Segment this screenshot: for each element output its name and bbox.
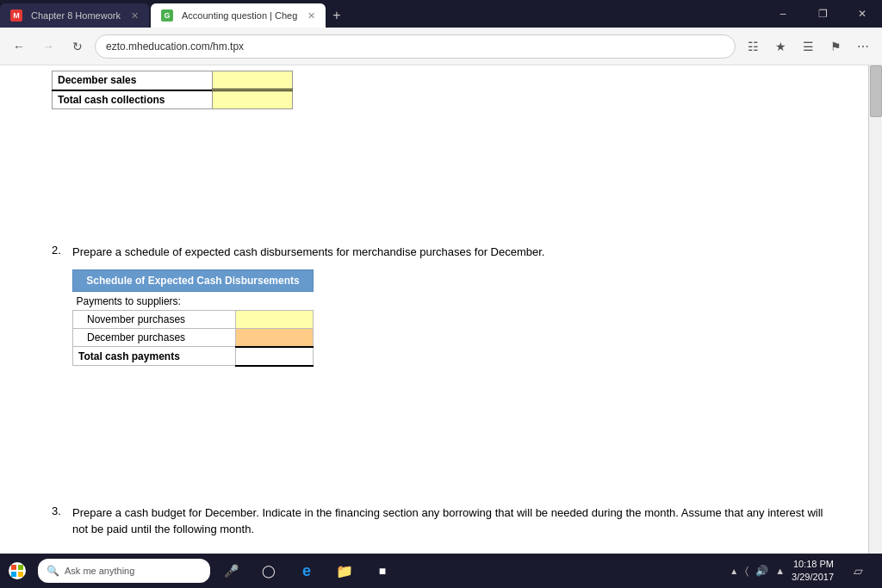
reader-view-icon[interactable]: ☷ bbox=[741, 34, 765, 59]
table-row-total: Total cash collections bbox=[53, 90, 293, 109]
search-placeholder: Ask me anything bbox=[65, 566, 134, 576]
network-icon[interactable]: 〈 bbox=[745, 565, 748, 577]
svg-rect-3 bbox=[18, 572, 23, 577]
close-button[interactable]: ✕ bbox=[842, 0, 882, 28]
svg-rect-1 bbox=[18, 565, 23, 570]
disbursements-header: Schedule of Expected Cash Disbursements bbox=[73, 269, 314, 291]
windows-logo bbox=[9, 562, 26, 579]
december-sales-label: December sales bbox=[53, 71, 213, 90]
tab-accounting-close[interactable]: ✕ bbox=[307, 10, 315, 22]
november-purchases-label: November purchases bbox=[73, 310, 236, 328]
section-2-text: Prepare a schedule of expected cash disb… bbox=[72, 244, 830, 261]
tab-homework-icon: M bbox=[10, 9, 22, 22]
tab-accounting-icon: G bbox=[161, 9, 173, 22]
november-purchases-row: November purchases bbox=[73, 310, 314, 328]
search-icon: 🔍 bbox=[47, 565, 59, 577]
svg-rect-0 bbox=[11, 565, 16, 570]
microphone-icon[interactable]: 🎤 bbox=[214, 554, 248, 588]
reading-list-icon[interactable]: ☰ bbox=[796, 34, 820, 59]
table-row: December sales bbox=[53, 71, 293, 90]
tab-list: M Chapter 8 Homework ✕ G Accounting ques… bbox=[0, 0, 348, 28]
taskbar-time[interactable]: 10:18 PM 3/29/2017 bbox=[792, 558, 834, 585]
section-2-number: 2. bbox=[52, 244, 65, 393]
november-purchases-field[interactable] bbox=[241, 313, 307, 325]
tab-accounting-label: Accounting question | Cheg bbox=[182, 10, 297, 21]
volume-icon[interactable]: 🔊 bbox=[755, 565, 768, 577]
notification-icon[interactable]: ▱ bbox=[841, 554, 875, 588]
taskbar-search[interactable]: 🔍 Ask me anything bbox=[38, 559, 210, 583]
svg-rect-2 bbox=[11, 572, 16, 577]
battery-icon[interactable]: ▲ bbox=[775, 566, 785, 576]
spacer2 bbox=[52, 401, 830, 504]
november-purchases-input[interactable] bbox=[236, 310, 314, 328]
url-input[interactable] bbox=[95, 34, 736, 59]
tab-homework-close[interactable]: ✕ bbox=[131, 10, 139, 22]
total-cash-payments-row: Total cash payments bbox=[73, 347, 314, 366]
payments-suppliers-label: Payments to suppliers: bbox=[73, 291, 314, 310]
disbursements-table: Schedule of Expected Cash Disbursements … bbox=[72, 269, 314, 367]
restore-button[interactable]: ❐ bbox=[803, 0, 842, 28]
taskbar-left: 🔍 Ask me anything 🎤 ◯ e 📁 ■ bbox=[0, 554, 400, 588]
section-2: 2. Prepare a schedule of expected cash d… bbox=[52, 244, 830, 393]
tab-homework-label: Chapter 8 Homework bbox=[31, 10, 121, 21]
total-cash-payments-field[interactable] bbox=[241, 350, 307, 362]
tab-homework[interactable]: M Chapter 8 Homework ✕ bbox=[0, 3, 149, 28]
toolbar-icons: ☷ ★ ☰ ⚑ ⋯ bbox=[741, 34, 875, 59]
section-3-text: Prepare a cash budget for December. Indi… bbox=[72, 504, 830, 538]
spacer1 bbox=[52, 123, 830, 244]
edge-browser-icon[interactable]: e bbox=[289, 554, 324, 588]
section-2-content: Prepare a schedule of expected cash disb… bbox=[72, 244, 830, 393]
section-3-content: Prepare a cash budget for December. Indi… bbox=[72, 504, 830, 554]
december-purchases-row: December purchases bbox=[73, 328, 314, 347]
scrollbar-thumb[interactable] bbox=[870, 65, 882, 117]
total-cash-payments-input[interactable] bbox=[236, 347, 314, 366]
december-purchases-label: December purchases bbox=[73, 328, 236, 347]
favorites-icon[interactable]: ★ bbox=[768, 34, 792, 59]
total-cash-payments-label: Total cash payments bbox=[73, 347, 236, 366]
total-cash-collections-field[interactable] bbox=[218, 94, 287, 106]
taskbar: 🔍 Ask me anything 🎤 ◯ e 📁 ■ ▲ 〈 🔊 ▲ 10:1… bbox=[0, 554, 882, 588]
december-sales-input[interactable] bbox=[213, 71, 293, 90]
settings-icon[interactable]: ⋯ bbox=[851, 34, 875, 59]
forward-button[interactable]: → bbox=[36, 34, 60, 59]
scrollbar-track[interactable] bbox=[868, 65, 882, 554]
time-display: 10:18 PM bbox=[792, 558, 834, 571]
minimize-button[interactable]: – bbox=[763, 0, 803, 28]
taskbar-right: ▲ 〈 🔊 ▲ 10:18 PM 3/29/2017 ▱ bbox=[730, 554, 882, 588]
payments-suppliers-row: Payments to suppliers: bbox=[73, 291, 314, 310]
section-3-number: 3. bbox=[52, 504, 65, 554]
tray-arrow-icon[interactable]: ▲ bbox=[730, 566, 738, 576]
page-content: December sales Total cash collections 2.… bbox=[0, 65, 882, 554]
start-button[interactable] bbox=[0, 554, 34, 588]
refresh-button[interactable]: ↻ bbox=[65, 34, 90, 59]
hub-icon[interactable]: ⚑ bbox=[823, 34, 848, 59]
total-cash-collections-input[interactable] bbox=[213, 90, 293, 109]
disbursements-section: Schedule of Expected Cash Disbursements … bbox=[72, 269, 830, 367]
add-tab-button[interactable]: + bbox=[326, 3, 347, 28]
date-display: 3/29/2017 bbox=[792, 571, 834, 584]
task-view-icon[interactable]: ◯ bbox=[252, 554, 286, 588]
total-cash-collections-label: Total cash collections bbox=[53, 90, 213, 109]
december-purchases-input[interactable] bbox=[236, 328, 314, 347]
tab-accounting[interactable]: G Accounting question | Cheg ✕ bbox=[151, 3, 326, 28]
addressbar: ← → ↻ ☷ ★ ☰ ⚑ ⋯ bbox=[0, 28, 882, 65]
file-explorer-icon[interactable]: 📁 bbox=[327, 554, 362, 588]
back-button[interactable]: ← bbox=[7, 34, 31, 59]
section-3: 3. Prepare a cash budget for December. I… bbox=[52, 504, 830, 554]
december-sales-field[interactable] bbox=[218, 74, 287, 86]
window-controls: – ❐ ✕ bbox=[763, 0, 882, 28]
december-purchases-field[interactable] bbox=[241, 331, 307, 344]
cash-collections-table: December sales Total cash collections bbox=[52, 71, 293, 109]
store-icon[interactable]: ■ bbox=[365, 554, 400, 588]
top-table-section: December sales Total cash collections bbox=[52, 65, 830, 109]
titlebar: M Chapter 8 Homework ✕ G Accounting ques… bbox=[0, 0, 882, 28]
